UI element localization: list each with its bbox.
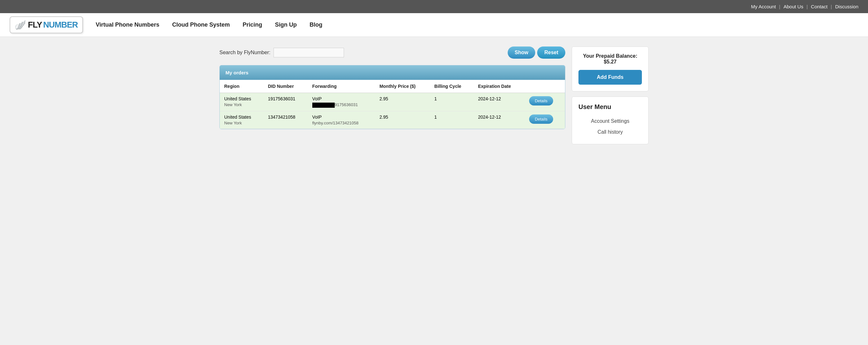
table-row: United States New York 13473421058 VoIP … [220, 111, 565, 128]
nav-signup[interactable]: Sign Up [275, 22, 297, 28]
row2-did: 13473421058 [263, 111, 308, 128]
main-wrapper: Search by FlyNumber: Show Reset My order… [210, 37, 658, 154]
row1-forwarding: VoIP 9175636031 [308, 93, 375, 111]
balance-box: Your Prepaid Balance: $5.27 Add Funds [572, 47, 649, 91]
search-by-label: Search by FlyNumber: [219, 50, 270, 55]
wings-icon: 🪽 [15, 20, 26, 30]
details-button-row2[interactable]: Details [529, 114, 554, 124]
about-us-link[interactable]: About Us [783, 4, 803, 9]
orders-container: My orders Region DID Number Forwarding M… [219, 65, 565, 129]
row2-forwarding: VoIP flynby.com/13473421058 [308, 111, 375, 128]
row1-did: 19175636031 [263, 93, 308, 111]
nav-blog[interactable]: Blog [310, 22, 322, 28]
menu-item-account-settings[interactable]: Account Settings [579, 116, 642, 127]
col-forwarding: Forwarding [308, 80, 375, 93]
sep1: | [779, 4, 780, 9]
col-expiration: Expiration Date [473, 80, 524, 93]
orders-header: My orders [220, 65, 565, 80]
table-header-row: Region DID Number Forwarding Monthly Pri… [220, 80, 565, 93]
logo-area: 🪽 FLYNUMBER [10, 16, 83, 33]
row2-actions: Details [525, 111, 565, 128]
nav-cloud-phone[interactable]: Cloud Phone System [172, 22, 230, 28]
content-area: Search by FlyNumber: Show Reset My order… [219, 47, 565, 144]
orders-table: Region DID Number Forwarding Monthly Pri… [220, 80, 565, 129]
nav-virtual-numbers[interactable]: Virtual Phone Numbers [96, 22, 159, 28]
sep2: | [806, 4, 808, 9]
search-row: Search by FlyNumber: Show Reset [219, 47, 565, 59]
logo-fly: FLY [28, 20, 42, 30]
search-input[interactable] [274, 48, 344, 57]
table-row: United States New York 19175636031 VoIP … [220, 93, 565, 111]
sep3: | [831, 4, 832, 9]
row1-region: United States New York [220, 93, 263, 111]
sidebar: Your Prepaid Balance: $5.27 Add Funds Us… [572, 47, 649, 144]
show-button[interactable]: Show [508, 47, 535, 59]
discussion-link[interactable]: Discussion [835, 4, 858, 9]
row2-price: 2.95 [375, 111, 430, 128]
logo-box: 🪽 FLYNUMBER [10, 16, 83, 33]
reset-button[interactable]: Reset [537, 47, 565, 59]
nav-links: Virtual Phone Numbers Cloud Phone System… [96, 22, 322, 28]
add-funds-button[interactable]: Add Funds [579, 70, 642, 85]
col-region: Region [220, 80, 263, 93]
details-button-row1[interactable]: Details [529, 96, 554, 106]
menu-item-call-history[interactable]: Call history [579, 127, 642, 138]
search-label: Search by FlyNumber: [219, 48, 344, 57]
top-bar: My Account | About Us | Contact | Discus… [0, 0, 868, 13]
nav-bar: 🪽 FLYNUMBER Virtual Phone Numbers Cloud … [0, 13, 868, 37]
row2-region: United States New York [220, 111, 263, 128]
nav-pricing[interactable]: Pricing [243, 22, 262, 28]
search-btn-group: Show Reset [508, 47, 565, 59]
contact-link[interactable]: Contact [811, 4, 828, 9]
row1-price: 2.95 [375, 93, 430, 111]
user-menu-title: User Menu [579, 103, 642, 111]
col-did: DID Number [263, 80, 308, 93]
balance-label: Your Prepaid Balance: $5.27 [579, 53, 642, 65]
row1-expiration: 2024-12-12 [473, 93, 524, 111]
col-actions [525, 80, 565, 93]
logo-number: NUMBER [43, 20, 78, 30]
col-monthly-price: Monthly Price ($) [375, 80, 430, 93]
user-menu-box: User Menu Account Settings Call history [572, 96, 649, 144]
row1-billing: 1 [430, 93, 473, 111]
row2-expiration: 2024-12-12 [473, 111, 524, 128]
col-billing-cycle: Billing Cycle [430, 80, 473, 93]
my-account-link[interactable]: My Account [751, 4, 776, 9]
row1-actions: Details [525, 93, 565, 111]
orders-title: My orders [225, 70, 249, 75]
masked-number-icon [312, 103, 335, 108]
row2-billing: 1 [430, 111, 473, 128]
